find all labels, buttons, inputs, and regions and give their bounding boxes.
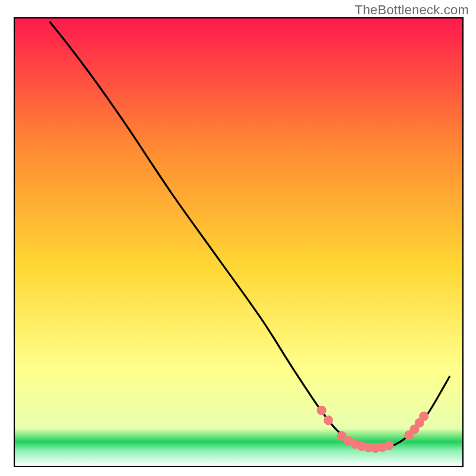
gradient-background (14, 18, 463, 466)
data-marker (384, 441, 394, 450)
data-marker (317, 406, 326, 415)
chart-root: TheBottleneck.com (0, 0, 476, 476)
data-marker (419, 412, 428, 421)
attribution-label: TheBottleneck.com (355, 2, 469, 18)
bottleneck-plot (0, 0, 476, 476)
data-marker (324, 415, 333, 425)
